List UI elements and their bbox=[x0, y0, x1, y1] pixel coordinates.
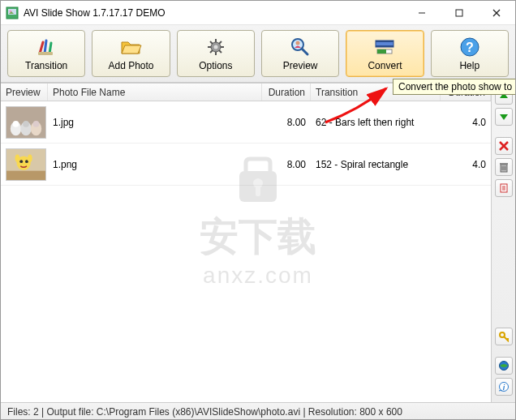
svg-point-34 bbox=[33, 121, 40, 127]
svg-point-38 bbox=[19, 160, 23, 163]
convert-tooltip: Convert the photo show to bbox=[393, 79, 516, 95]
cell-transition: 62 - Bars left then right bbox=[311, 117, 441, 128]
svg-point-40 bbox=[15, 154, 20, 162]
help-icon: ? bbox=[458, 36, 481, 58]
register-button[interactable] bbox=[495, 328, 513, 345]
svg-line-17 bbox=[210, 50, 213, 53]
convert-label: Convert bbox=[368, 60, 402, 71]
preview-button[interactable]: Preview bbox=[261, 30, 339, 77]
col-preview[interactable]: Preview bbox=[1, 84, 48, 101]
svg-rect-23 bbox=[376, 45, 393, 47]
properties-button[interactable] bbox=[495, 179, 513, 197]
table-row[interactable]: 1.jpg 8.00 62 - Bars left then right 4.0 bbox=[1, 101, 491, 144]
preview-label: Preview bbox=[283, 60, 318, 71]
cell-duration: 8.00 bbox=[262, 159, 311, 170]
close-button[interactable] bbox=[478, 1, 515, 25]
titlebar: AVI Slide Show 1.7.17.17 DEMO bbox=[1, 1, 515, 25]
svg-line-15 bbox=[219, 50, 221, 53]
col-filename[interactable]: Photo File Name bbox=[48, 84, 262, 101]
add-photo-label: Add Photo bbox=[108, 60, 153, 71]
cell-filename: 1.png bbox=[48, 159, 262, 170]
transition-label: Transition bbox=[25, 60, 67, 71]
window-title: AVI Slide Show 1.7.17.17 DEMO bbox=[24, 7, 403, 19]
options-button[interactable]: Options bbox=[177, 30, 255, 77]
magnifier-person-icon bbox=[289, 36, 312, 58]
cell-duration2: 4.0 bbox=[441, 159, 491, 170]
svg-rect-36 bbox=[6, 170, 45, 180]
about-button[interactable]: i bbox=[495, 378, 513, 396]
main-toolbar: Transition Add Photo Options Preview Con… bbox=[1, 25, 515, 83]
main-area: Preview Photo File Name Duration Transit… bbox=[1, 83, 515, 402]
cell-transition: 152 - Spiral rectangle bbox=[311, 159, 441, 170]
help-label: Help bbox=[459, 60, 479, 71]
cell-duration: 8.00 bbox=[262, 117, 311, 128]
svg-rect-22 bbox=[376, 41, 393, 42]
app-icon bbox=[6, 6, 19, 19]
svg-rect-25 bbox=[377, 49, 386, 54]
svg-rect-7 bbox=[38, 52, 53, 55]
brushes-icon bbox=[35, 36, 58, 58]
photo-grid: Preview Photo File Name Duration Transit… bbox=[1, 84, 491, 402]
options-label: Options bbox=[199, 60, 232, 71]
add-photo-button[interactable]: Add Photo bbox=[92, 30, 170, 77]
grid-body: 1.jpg 8.00 62 - Bars left then right 4.0… bbox=[1, 101, 491, 186]
svg-line-16 bbox=[219, 41, 221, 44]
cell-filename: 1.jpg bbox=[48, 117, 262, 128]
svg-point-32 bbox=[13, 121, 19, 127]
clear-all-button[interactable] bbox=[495, 158, 513, 176]
transition-button[interactable]: Transition bbox=[7, 30, 85, 77]
minimize-button[interactable] bbox=[403, 1, 441, 25]
svg-point-33 bbox=[23, 121, 29, 127]
status-bar: Files: 2 | Output file: C:\Program Files… bbox=[1, 402, 515, 420]
help-button[interactable]: ? Help bbox=[431, 30, 509, 77]
cell-duration2: 4.0 bbox=[441, 117, 491, 128]
svg-line-20 bbox=[302, 49, 307, 54]
side-panel: i bbox=[491, 84, 515, 402]
status-text: Files: 2 | Output file: C:\Program Files… bbox=[7, 406, 402, 418]
delete-button[interactable] bbox=[495, 137, 513, 155]
web-button[interactable] bbox=[495, 357, 513, 375]
convert-button[interactable]: Convert bbox=[346, 30, 424, 77]
svg-rect-45 bbox=[500, 163, 508, 165]
thumbnail bbox=[6, 106, 46, 139]
svg-text:?: ? bbox=[466, 41, 474, 54]
col-duration[interactable]: Duration bbox=[262, 84, 311, 101]
film-progress-icon bbox=[373, 36, 396, 58]
table-row[interactable]: 1.png 8.00 152 - Spiral rectangle 4.0 bbox=[1, 144, 491, 186]
svg-rect-4 bbox=[456, 10, 462, 16]
folder-add-icon bbox=[119, 36, 142, 58]
svg-line-14 bbox=[210, 41, 213, 44]
gear-icon bbox=[204, 36, 227, 58]
svg-point-41 bbox=[28, 154, 32, 162]
svg-point-9 bbox=[213, 45, 217, 49]
maximize-button[interactable] bbox=[441, 1, 478, 25]
thumbnail bbox=[6, 148, 46, 181]
svg-point-39 bbox=[25, 160, 28, 163]
svg-point-19 bbox=[296, 41, 300, 45]
move-down-button[interactable] bbox=[495, 108, 513, 126]
